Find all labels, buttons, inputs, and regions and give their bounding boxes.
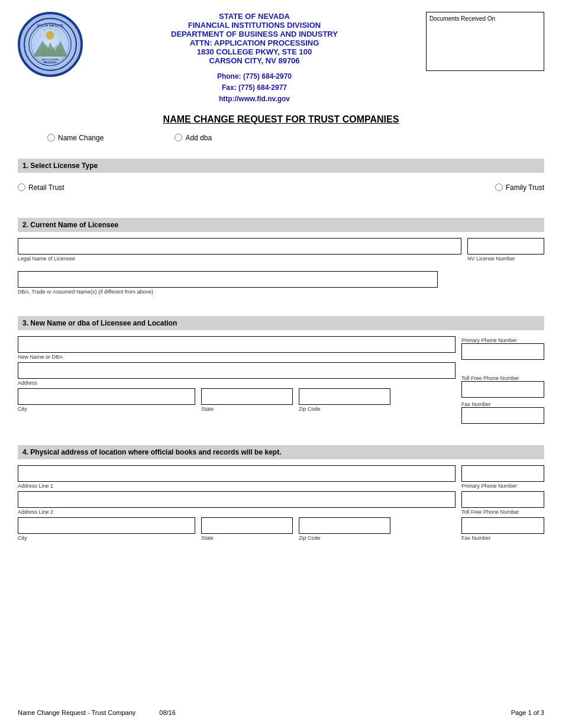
dba-group: DBA, Trade or Assumed Name(s) (if differ… (18, 271, 544, 295)
state-input[interactable] (201, 388, 293, 405)
toll-free-group: Toll Free Phone Number (461, 374, 544, 398)
section-3-header: 3. New Name or dba of Licensee and Locat… (18, 316, 544, 330)
section-4-main: Address Line 1 Address Line 2 City State (18, 465, 456, 541)
radio-item-family-trust[interactable]: Family Trust (495, 183, 544, 192)
radio-item-name-change[interactable]: Name Change (47, 134, 104, 142)
radio-family-trust[interactable] (495, 183, 503, 191)
zip2-label: Zip Code (299, 535, 390, 541)
city2-label: City (18, 535, 195, 541)
agency-line1: STATE OF NEVADA (95, 12, 414, 21)
toll-free-label: Toll Free Phone Number (461, 375, 544, 381)
address-group: Address (18, 362, 456, 386)
radio-family-label: Family Trust (506, 183, 544, 192)
fax2-label: Fax Number (461, 535, 544, 541)
section-2-header: 2. Current Name of Licensee (18, 218, 544, 232)
city-state-zip-row-2: City State Zip Code (18, 517, 456, 541)
radio-name-change[interactable] (47, 134, 55, 141)
header-agency-info: STATE OF NEVADA FINANCIAL INSTITUTIONS D… (83, 12, 426, 105)
page-header: SEAL OF THE STATE NEVADA BATTLE BORN ★ ★… (18, 12, 544, 105)
footer-page: Page 1 of 3 (511, 709, 544, 716)
state-seal: SEAL OF THE STATE NEVADA BATTLE BORN ★ ★ (18, 12, 83, 77)
section-3-main: New Name or DBA Address City State (18, 336, 456, 424)
section-4: 4. Physical address of location where of… (18, 445, 544, 541)
zip-label: Zip Code (299, 406, 390, 412)
section-2: 2. Current Name of Licensee Legal Name o… (18, 218, 544, 295)
section-4-header: 4. Physical address of location where of… (18, 445, 544, 459)
svg-line-6 (55, 29, 56, 31)
section-1-header: 1. Select License Type (18, 159, 544, 173)
agency-line5: 1830 COLLEGE PKWY, STE 100 (95, 47, 414, 56)
primary-phone-input[interactable] (461, 343, 544, 360)
toll-free2-input[interactable] (461, 491, 544, 508)
radio-name-change-label: Name Change (58, 134, 104, 142)
addr1-input[interactable] (18, 465, 456, 482)
radio-retail-trust[interactable] (18, 183, 25, 191)
new-name-input[interactable] (18, 336, 456, 353)
addr2-label: Address Line 2 (18, 509, 456, 515)
state2-group: State (201, 517, 293, 541)
legal-name-group: Legal Name of Licensee (18, 238, 461, 262)
legal-name-input[interactable] (18, 238, 461, 255)
toll-free2-label: Toll Free Phone Number (461, 509, 544, 515)
section-4-body: Address Line 1 Address Line 2 City State (18, 465, 544, 541)
primary-phone2-input[interactable] (461, 465, 544, 482)
addr1-group: Address Line 1 (18, 465, 456, 489)
agency-line6: CARSON CITY, NV 89706 (95, 56, 414, 65)
footer-form-name: Name Change Request - Trust Company (18, 709, 135, 716)
legal-name-label: Legal Name of Licensee (18, 256, 461, 262)
phone-line: Phone: (775) 684-2970 (95, 71, 414, 82)
new-name-group: New Name or DBA (18, 336, 456, 360)
new-name-label: New Name or DBA (18, 354, 456, 360)
zip2-input[interactable] (299, 517, 390, 534)
section-3-body: New Name or DBA Address City State (18, 336, 544, 424)
page-footer: Name Change Request - Trust Company 08/1… (18, 709, 544, 716)
state2-label: State (201, 535, 293, 541)
section-4-sidebar: Primary Phone Number Toll Free Phone Num… (461, 465, 544, 541)
website-line: http://www.fid.nv.gov (95, 94, 414, 105)
agency-line4: ATTN: APPLICATION PROCESSING (95, 38, 414, 47)
city-label: City (18, 406, 195, 412)
address-input[interactable] (18, 362, 456, 379)
license-type-group: Retail Trust Family Trust (18, 179, 544, 197)
zip-input[interactable] (299, 388, 390, 405)
request-type-group: Name Change Add dba (18, 131, 544, 145)
fax-input[interactable] (461, 407, 544, 424)
nv-license-input[interactable] (467, 238, 544, 255)
state2-input[interactable] (201, 517, 293, 534)
addr2-input[interactable] (18, 491, 456, 508)
fax-group: Fax Number (461, 400, 544, 424)
city-group: City (18, 388, 195, 412)
zip-group: Zip Code (299, 388, 390, 412)
toll-free2-group: Toll Free Phone Number (461, 491, 544, 515)
radio-retail-label: Retail Trust (28, 183, 64, 192)
primary-phone-group: Primary Phone Number (461, 336, 544, 360)
documents-received-box: Documents Received On (426, 12, 544, 71)
radio-add-dba[interactable] (175, 134, 182, 141)
dba-input[interactable] (18, 271, 438, 288)
agency-line2: FINANCIAL INSTITUTIONS DIVISION (95, 21, 414, 30)
svg-line-7 (59, 34, 61, 35)
zip2-group: Zip Code (299, 517, 390, 541)
city-state-zip-row: City State Zip Code (18, 388, 456, 412)
svg-text:★: ★ (36, 57, 39, 60)
toll-free-input[interactable] (461, 381, 544, 398)
fax2-input[interactable] (461, 517, 544, 534)
section-3-sidebar: Primary Phone Number Toll Free Phone Num… (461, 336, 544, 424)
svg-text:BATTLE BORN: BATTLE BORN (41, 57, 59, 60)
city2-input[interactable] (18, 517, 195, 534)
section-1: 1. Select License Type Retail Trust Fami… (18, 159, 544, 197)
city2-group: City (18, 517, 195, 541)
nv-license-group: NV License Number (467, 238, 544, 262)
footer-date: 08/16 (159, 709, 176, 716)
fax-line: Fax: (775) 684-2977 (95, 82, 414, 94)
city-input[interactable] (18, 388, 195, 405)
primary-phone2-label: Primary Phone Number (461, 483, 544, 489)
svg-point-4 (46, 31, 54, 39)
radio-item-add-dba[interactable]: Add dba (175, 134, 212, 142)
addr2-group: Address Line 2 (18, 491, 456, 515)
svg-text:SEAL OF THE STATE: SEAL OF THE STATE (37, 24, 63, 27)
radio-item-retail-trust[interactable]: Retail Trust (18, 183, 64, 192)
current-name-row: Legal Name of Licensee NV License Number (18, 238, 544, 262)
svg-line-9 (40, 34, 41, 35)
svg-text:NEVADA: NEVADA (43, 60, 56, 64)
